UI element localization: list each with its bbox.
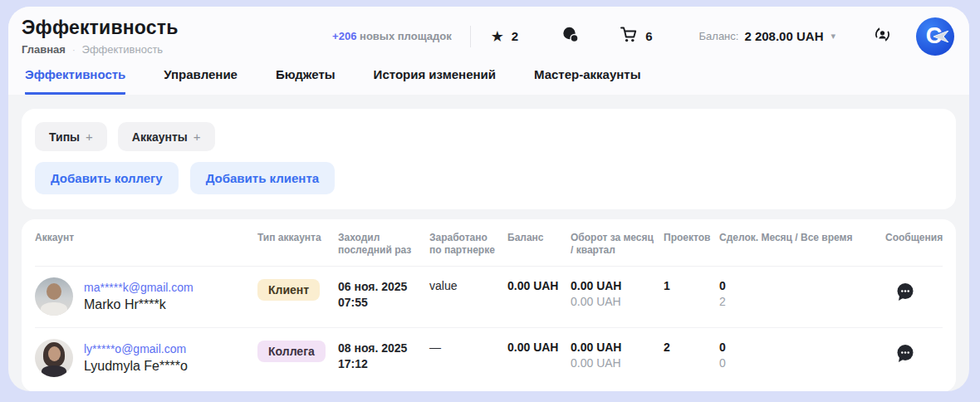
- col-account-type: Тип аккаунта: [257, 232, 338, 244]
- account-email-link[interactable]: ma*****k@gmail.com: [84, 281, 194, 294]
- breadcrumb: Главная · Эффективность: [22, 43, 179, 56]
- last-visit-date: 06 ноя. 2025: [338, 279, 429, 295]
- tab-budgets[interactable]: Бюджеты: [276, 67, 336, 95]
- deals-all-time: 0: [719, 356, 885, 370]
- table-row: ly*****o@gmail.com Lyudmyla Fe****o Колл…: [35, 328, 943, 389]
- title-block: Эффективность Главная · Эффективность: [22, 17, 179, 56]
- breadcrumb-current: Эффективность: [82, 43, 164, 56]
- message-button[interactable]: [894, 281, 916, 306]
- filter-chip-accounts-label: Аккаунты: [132, 130, 188, 144]
- col-projects: Проектов: [664, 232, 719, 244]
- messages-cell: [885, 277, 943, 306]
- account-cell: ma*****k@gmail.com Marko Hr****k: [35, 277, 257, 316]
- app-logo[interactable]: C: [916, 17, 954, 56]
- page-title: Эффективность: [22, 17, 179, 39]
- deals-all-time: 2: [719, 295, 885, 308]
- breadcrumb-separator: ·: [72, 45, 76, 55]
- add-colleague-button[interactable]: Добавить коллегу: [35, 162, 179, 194]
- account-type-badge: Коллега: [257, 341, 326, 362]
- star-icon: ★: [491, 29, 504, 44]
- partner-earnings-cell: —: [429, 339, 507, 354]
- cart-icon: [620, 26, 638, 47]
- col-partner-earnings: Заработано по партнерке: [429, 232, 507, 257]
- filters-card: Типы + Аккаунты + Добавить коллегу Добав…: [22, 109, 956, 209]
- col-messages: Сообщения: [885, 232, 951, 244]
- filter-chip-types[interactable]: Типы +: [35, 122, 107, 151]
- balance-dropdown[interactable]: Баланс: 2 208.00 UAH ▾: [699, 29, 835, 43]
- header: Эффективность Главная · Эффективность +2…: [8, 7, 969, 95]
- col-turnover: Оборот за месяц / квартал: [571, 232, 664, 257]
- tab-master-accounts[interactable]: Мастер-аккаунты: [534, 67, 640, 95]
- action-buttons: Добавить коллегу Добавить клиента: [35, 162, 943, 194]
- topbar: +206 новых площадок ★ 2: [332, 17, 954, 56]
- avatar: [35, 339, 73, 377]
- tab-bar: Эффективность Управление Бюджеты История…: [22, 67, 954, 95]
- user-sync-icon: [872, 24, 893, 48]
- content: Типы + Аккаунты + Добавить коллегу Добав…: [8, 95, 969, 391]
- tab-effectiveness[interactable]: Эффективность: [25, 67, 125, 95]
- account-identity: ma*****k@gmail.com Marko Hr****k: [84, 281, 194, 312]
- turnover-month: 0.00 UAH: [571, 279, 664, 292]
- plus-icon: +: [194, 130, 201, 144]
- turnover-quarter: 0.00 UAH: [571, 295, 664, 308]
- col-account: Аккаунт: [35, 232, 257, 244]
- add-client-button[interactable]: Добавить клиента: [190, 162, 335, 194]
- col-deals: Сделок. Месяц / Все время: [719, 232, 885, 244]
- filter-chip-accounts[interactable]: Аккаунты +: [118, 122, 215, 151]
- deals-month: 0: [719, 279, 885, 292]
- account-name: Marko Hr****k: [84, 297, 194, 312]
- filter-chip-types-label: Типы: [49, 130, 80, 144]
- logo-arrow-icon: [933, 31, 949, 46]
- table-row: ma*****k@gmail.com Marko Hr****k Клиент …: [35, 267, 943, 328]
- plus-icon: +: [86, 130, 93, 144]
- table-header-row: Аккаунт Тип аккаунта Заходил последний р…: [35, 219, 943, 267]
- partner-earnings-cell: value: [429, 277, 507, 292]
- cart-count: 6: [645, 29, 652, 43]
- tab-change-history[interactable]: История изменений: [374, 67, 496, 95]
- chat-icon: [561, 26, 580, 47]
- projects-cell: 2: [664, 339, 719, 354]
- account-cell: ly*****o@gmail.com Lyudmyla Fe****o: [35, 339, 257, 377]
- balance-cell: 0.00 UAH: [507, 277, 571, 292]
- deals-month: 0: [719, 341, 885, 354]
- chevron-down-icon: ▾: [831, 31, 835, 42]
- balance-cell: 0.00 UAH: [507, 339, 571, 354]
- breadcrumb-home-link[interactable]: Главная: [22, 43, 66, 56]
- message-bubble-icon: [894, 281, 916, 306]
- last-visit-time: 07:55: [338, 295, 429, 311]
- message-button[interactable]: [894, 342, 916, 367]
- deals-cell: 0 2: [719, 277, 885, 308]
- account-name: Lyudmyla Fe****o: [84, 359, 188, 374]
- tab-management[interactable]: Управление: [164, 67, 238, 95]
- new-platforms-count: +206: [332, 30, 356, 42]
- last-visit-cell: 06 ноя. 2025 07:55: [338, 277, 429, 311]
- account-type-cell: Коллега: [257, 339, 338, 362]
- projects-cell: 1: [664, 277, 719, 292]
- messages-cell: [885, 339, 943, 367]
- turnover-cell: 0.00 UAH 0.00 UAH: [571, 277, 664, 308]
- accounts-table-card: Аккаунт Тип аккаунта Заходил последний р…: [22, 219, 956, 391]
- cart-counter[interactable]: 6: [620, 26, 652, 47]
- last-visit-time: 17:12: [338, 356, 429, 372]
- account-switcher-button[interactable]: [872, 24, 893, 48]
- favorites-counter[interactable]: ★ 2: [491, 29, 518, 44]
- account-type-badge: Клиент: [257, 279, 320, 301]
- account-email-link[interactable]: ly*****o@gmail.com: [84, 342, 188, 355]
- balance-label: Баланс:: [699, 30, 739, 42]
- new-platforms-link[interactable]: +206 новых площадок: [332, 30, 452, 42]
- col-balance: Баланс: [507, 232, 571, 244]
- account-identity: ly*****o@gmail.com Lyudmyla Fe****o: [84, 342, 188, 374]
- app-window: Эффективность Главная · Эффективность +2…: [8, 7, 969, 391]
- filter-chips: Типы + Аккаунты +: [35, 122, 943, 151]
- chat-shortcut[interactable]: [561, 26, 580, 47]
- turnover-cell: 0.00 UAH 0.00 UAH: [571, 339, 664, 370]
- topbar-divider: [470, 26, 471, 47]
- last-visit-date: 08 ноя. 2025: [338, 341, 429, 356]
- account-type-cell: Клиент: [257, 277, 338, 301]
- avatar: [35, 277, 73, 316]
- new-platforms-text: новых площадок: [360, 30, 452, 42]
- deals-cell: 0 0: [719, 339, 885, 370]
- balance-value: 2 208.00 UAH: [744, 29, 823, 43]
- turnover-month: 0.00 UAH: [571, 341, 664, 354]
- col-last-visit: Заходил последний раз: [338, 232, 429, 257]
